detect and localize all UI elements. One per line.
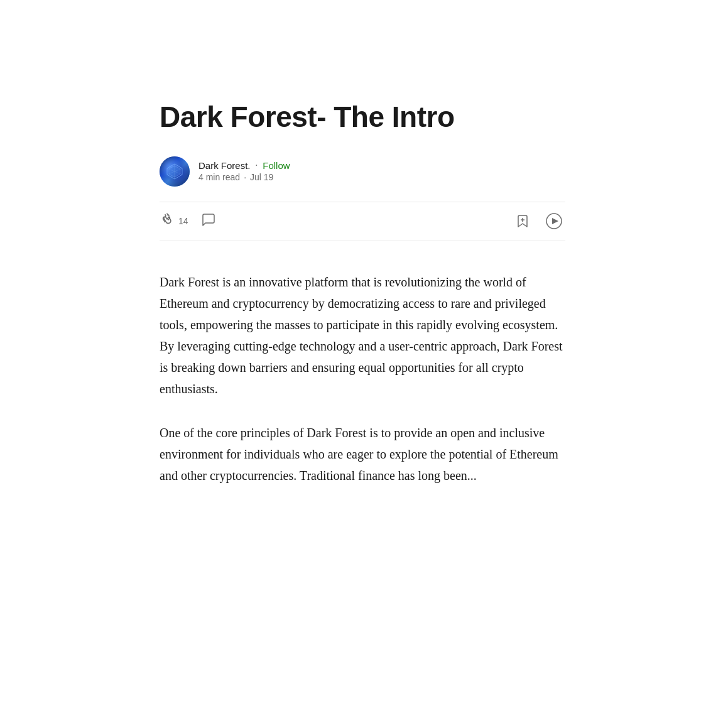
clap-button[interactable]: 14 xyxy=(160,210,188,233)
actions-right xyxy=(513,210,565,232)
clap-count: 14 xyxy=(178,216,188,226)
author-name: Dark Forest. xyxy=(198,160,251,171)
actions-bar: 14 xyxy=(160,202,565,241)
content-area: Dark Forest- The Intro Dark Forest. · xyxy=(0,0,565,546)
play-svg-icon xyxy=(545,212,563,230)
article-body: Dark Forest is an innovative platform th… xyxy=(160,271,565,486)
meta-dot: · xyxy=(244,172,246,182)
author-name-row: Dark Forest. · Follow xyxy=(198,160,290,171)
page-container: Dark Forest- The Intro Dark Forest. · xyxy=(0,0,728,546)
comment-button[interactable] xyxy=(201,210,216,233)
article-title: Dark Forest- The Intro xyxy=(160,101,565,134)
author-meta: Dark Forest. · Follow 4 min read · Jul 1… xyxy=(198,160,290,182)
clap-svg-icon xyxy=(160,212,175,227)
dot-separator: · xyxy=(256,160,258,171)
follow-button[interactable]: Follow xyxy=(263,160,290,171)
read-time: 4 min read xyxy=(198,172,240,182)
bookmark-svg-icon xyxy=(515,214,530,229)
comment-icon xyxy=(201,212,216,231)
avatar xyxy=(160,156,190,187)
author-row: Dark Forest. · Follow 4 min read · Jul 1… xyxy=(160,156,565,187)
avatar-inner xyxy=(160,156,190,187)
article-meta: 4 min read · Jul 19 xyxy=(198,172,290,182)
listen-button[interactable] xyxy=(543,210,565,232)
save-button[interactable] xyxy=(513,211,533,231)
article-paragraph-1: Dark Forest is an innovative platform th… xyxy=(160,271,565,399)
article-paragraph-2: One of the core principles of Dark Fores… xyxy=(160,422,565,486)
clap-icon xyxy=(160,212,175,231)
publish-date: Jul 19 xyxy=(250,172,273,182)
actions-left: 14 xyxy=(160,210,216,233)
avatar-gem-icon xyxy=(165,162,184,181)
comment-svg-icon xyxy=(201,212,216,227)
svg-marker-8 xyxy=(552,218,558,224)
